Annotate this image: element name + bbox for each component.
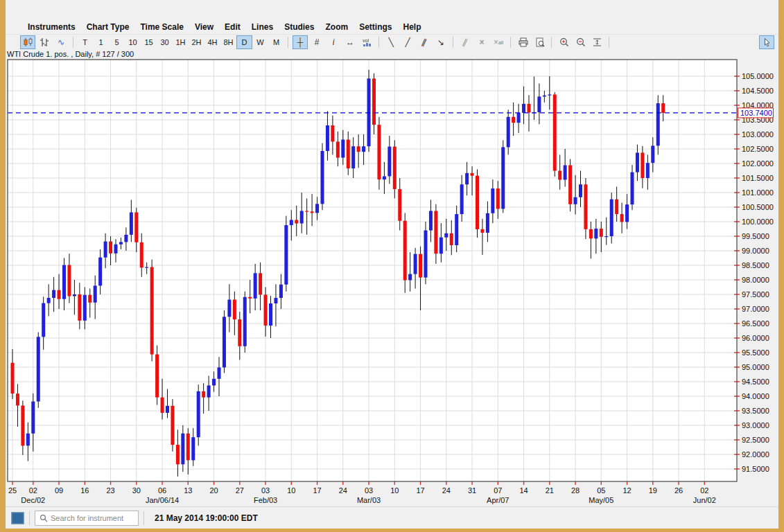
- candle-up: [98, 258, 102, 286]
- print-preview-icon[interactable]: [532, 35, 547, 49]
- toolbar-separator: [453, 37, 453, 48]
- candle-up: [218, 367, 221, 378]
- zoom-in-icon[interactable]: [556, 35, 571, 49]
- candle-up: [429, 211, 433, 230]
- timescale-30min[interactable]: 30: [157, 35, 173, 49]
- candle-down: [109, 242, 112, 254]
- candle-down: [248, 297, 252, 299]
- timescale-weekly[interactable]: W: [252, 35, 268, 49]
- menu-studies[interactable]: Studies: [279, 22, 320, 32]
- candle-down: [434, 211, 437, 254]
- timescale-1min[interactable]: 1: [93, 35, 109, 49]
- menu-lines[interactable]: Lines: [246, 22, 279, 32]
- candle-down: [393, 147, 397, 189]
- crosshair-icon[interactable]: ┼: [293, 35, 308, 49]
- pointer-pin-icon[interactable]: [759, 35, 774, 49]
- timescale-daily[interactable]: D: [236, 35, 252, 49]
- x-axis-day-label: 02: [700, 486, 708, 495]
- y-axis-label: 94.5000: [742, 378, 769, 386]
- candle-up: [279, 285, 283, 298]
- delete-all-lines-icon[interactable]: ×all: [491, 35, 506, 49]
- candle-up: [383, 176, 386, 179]
- candle-up: [145, 267, 148, 268]
- fit-vertical-icon[interactable]: [589, 35, 604, 49]
- candle-down: [553, 94, 557, 170]
- print-icon[interactable]: [515, 35, 530, 49]
- candle-up: [191, 437, 195, 460]
- candle-up: [594, 229, 598, 238]
- candle-up: [52, 290, 55, 298]
- arrow-annotation-icon[interactable]: ↘: [433, 35, 448, 49]
- parallel-lines-icon[interactable]: ∥: [455, 33, 475, 51]
- candle-up: [94, 285, 97, 302]
- candle-up: [362, 146, 365, 152]
- x-axis-day-label: 23: [106, 486, 114, 495]
- candle-up: [625, 204, 629, 222]
- candle-down: [186, 434, 190, 461]
- timescale-5min[interactable]: 5: [109, 35, 125, 49]
- trend-line-down-icon[interactable]: ╲: [383, 35, 399, 49]
- y-axis-label: 92.0000: [742, 450, 769, 459]
- y-axis-label: 102.0000: [742, 159, 774, 168]
- timescale-tick[interactable]: T: [77, 35, 93, 49]
- candle-down: [58, 290, 61, 299]
- candle-down: [78, 294, 81, 321]
- x-axis-day-label: 27: [236, 486, 244, 495]
- candle-up: [207, 385, 211, 397]
- candle-up: [227, 300, 231, 317]
- zoom-out-icon[interactable]: [573, 35, 588, 49]
- candle-down: [512, 117, 515, 123]
- timescale-10min[interactable]: 10: [125, 35, 141, 49]
- timescale-8h[interactable]: 8H: [220, 35, 236, 49]
- toolbar-separator: [378, 37, 379, 48]
- delete-line-icon[interactable]: ×: [474, 35, 489, 49]
- x-axis-day-label: 31: [468, 486, 476, 495]
- candle-up: [254, 273, 257, 299]
- x-axis-day-label: 19: [649, 486, 657, 495]
- x-axis-month-label: Mar/03: [357, 496, 381, 504]
- candle-up: [62, 265, 66, 299]
- timescale-monthly[interactable]: M: [268, 35, 284, 49]
- last-update-timestamp: 21 May 2014 19:00:00 EDT: [155, 513, 258, 523]
- toolbar-separator: [609, 37, 609, 48]
- x-axis-day-label: 03: [261, 486, 270, 495]
- x-axis-day-label: 17: [313, 486, 321, 495]
- y-axis-label: 91.5000: [742, 465, 769, 473]
- menu-instruments[interactable]: Instruments: [22, 22, 81, 32]
- timescale-4h[interactable]: 4H: [204, 35, 220, 49]
- ohlc-bar-chart-icon[interactable]: [37, 35, 52, 49]
- search-input[interactable]: [51, 514, 149, 522]
- instrument-search-box[interactable]: [35, 511, 139, 526]
- menu-edit[interactable]: Edit: [219, 22, 246, 32]
- menu-chart-type[interactable]: Chart Type: [81, 22, 135, 32]
- line-chart-icon[interactable]: ∿: [53, 35, 69, 49]
- scroll-horizontal-icon[interactable]: ↔: [342, 35, 358, 49]
- candle-up: [124, 235, 128, 242]
- x-axis-day-label: 25: [8, 486, 17, 495]
- y-axis-label: 99.5000: [742, 232, 769, 240]
- candlestick-chart-icon[interactable]: [20, 35, 35, 49]
- candle-up: [651, 145, 654, 163]
- menu-zoom[interactable]: Zoom: [320, 22, 354, 32]
- volume-icon[interactable]: vol: [359, 35, 374, 49]
- toolbar-separator: [510, 37, 511, 48]
- candle-up: [166, 406, 169, 413]
- price-chart[interactable]: 91.500092.000092.500093.000093.500094.00…: [6, 50, 778, 506]
- candle-down: [336, 142, 340, 158]
- x-axis-day-label: 16: [80, 486, 89, 495]
- channel-lines-icon[interactable]: ∥: [415, 33, 434, 51]
- menu-help[interactable]: Help: [397, 22, 426, 32]
- candle-up: [564, 166, 567, 180]
- y-axis-label: 93.0000: [742, 421, 769, 429]
- trend-line-up-icon[interactable]: ╱: [400, 35, 415, 49]
- timescale-1h[interactable]: 1H: [173, 35, 189, 49]
- menu-time-scale[interactable]: Time Scale: [134, 22, 189, 32]
- toolbar-separator: [288, 37, 288, 48]
- timescale-15min[interactable]: 15: [141, 35, 157, 49]
- instrument-color-swatch[interactable]: [11, 512, 24, 524]
- info-icon[interactable]: i: [326, 35, 341, 49]
- menu-view[interactable]: View: [189, 22, 219, 32]
- timescale-2h[interactable]: 2H: [189, 35, 204, 49]
- menu-settings[interactable]: Settings: [354, 22, 397, 32]
- grid-icon[interactable]: #: [309, 35, 324, 49]
